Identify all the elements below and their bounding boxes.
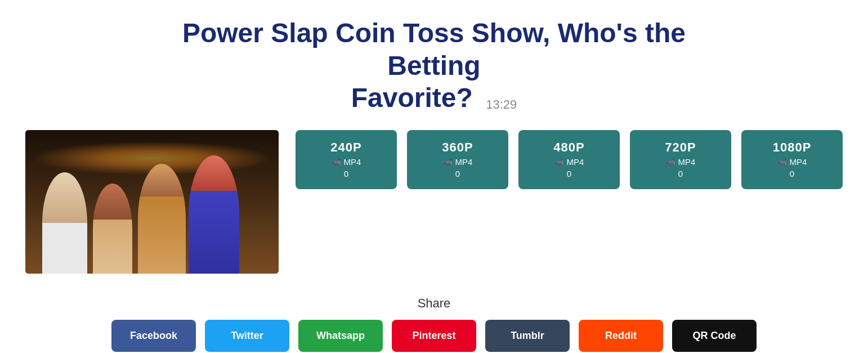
share-btn-facebook[interactable]: Facebook [111,320,196,352]
quality-buttons-container: 240P 📹 MP4 0 360P 📹 MP4 0 480P 📹 MP4 0 7… [296,130,843,189]
quality-btn-720p[interactable]: 720P 📹 MP4 0 [630,130,731,189]
share-section: Share FacebookTwitterWhatsappPinterestTu… [11,296,857,352]
quality-btn-1080p[interactable]: 1080P 📹 MP4 0 [741,130,843,189]
share-btn-qrcode[interactable]: QR Code [672,320,757,352]
page-title: Power Slap Coin Toss Show, Who's the Bet… [182,18,686,113]
camera-icon: 📹 [666,158,675,167]
share-btn-reddit[interactable]: Reddit [579,320,663,352]
content-row: 240P 📹 MP4 0 360P 📹 MP4 0 480P 📹 MP4 0 7… [23,130,845,274]
quality-btn-480p[interactable]: 480P 📹 MP4 0 [518,130,620,189]
camera-icon: 📹 [443,158,453,167]
video-duration: 13:29 [486,97,517,111]
quality-btn-240p[interactable]: 240P 📹 MP4 0 [296,130,397,189]
quality-btn-360p[interactable]: 360P 📹 MP4 0 [407,130,508,189]
share-btn-tumblr[interactable]: Tumblr [485,320,570,352]
video-thumbnail [25,130,279,274]
title-area: Power Slap Coin Toss Show, Who's the Bet… [181,17,687,114]
share-btn-twitter[interactable]: Twitter [205,320,289,352]
share-btn-pinterest[interactable]: Pinterest [392,320,476,352]
share-btn-whatsapp[interactable]: Whatsapp [298,320,383,352]
share-buttons-container: FacebookTwitterWhatsappPinterestTumblrRe… [111,320,757,352]
share-label: Share [418,296,451,311]
camera-icon: 📹 [332,158,341,167]
camera-icon: 📹 [554,158,564,167]
camera-icon: 📹 [777,158,787,167]
